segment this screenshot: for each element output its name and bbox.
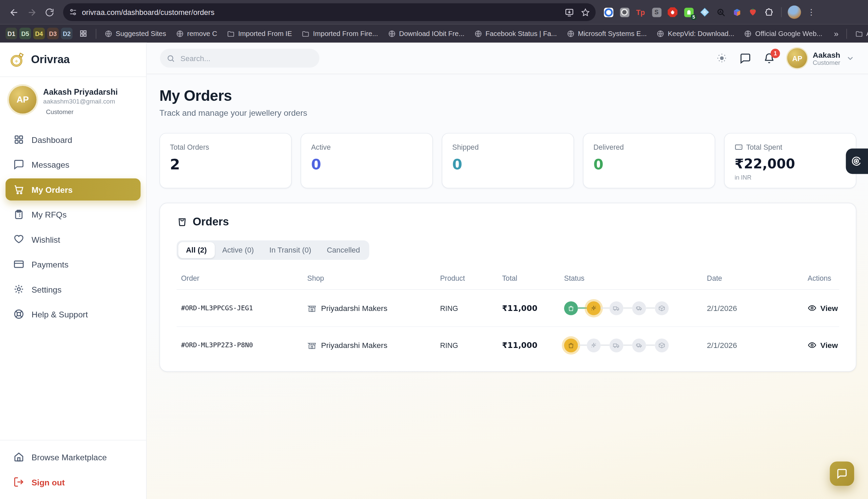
orivraa-logo-icon — [9, 51, 25, 68]
brand-name: Orivraa — [31, 53, 70, 66]
table-row: #ORD-ML3PP2Z3-P8N0 Priyadarshi Makers RI… — [177, 327, 840, 364]
extension-s-icon[interactable]: S — [651, 6, 663, 18]
extension-stop-hand-icon[interactable] — [667, 6, 679, 18]
stat-card-total-spent: Total Spent ₹22,000 in INR — [724, 133, 856, 188]
bookmark-chip-d3[interactable]: D3 — [47, 28, 59, 39]
shopping-bag-icon — [177, 216, 188, 228]
sign-out-button[interactable]: Sign out — [5, 471, 140, 493]
all-bookmarks-button[interactable]: All Bookmarks — [851, 27, 868, 40]
extension-camera-icon[interactable] — [618, 6, 631, 18]
sidebar-item-payments[interactable]: Payments — [5, 253, 140, 275]
bookmark-item[interactable]: KeepVid: Download... — [653, 27, 738, 40]
notifications-bell-icon[interactable]: 1 — [764, 52, 775, 64]
bookmark-chip-d5[interactable]: D5 — [19, 28, 31, 39]
bookmarks-overflow-icon[interactable]: » — [831, 29, 842, 38]
extension-diamond-icon[interactable] — [699, 6, 711, 18]
record-target-icon — [850, 155, 863, 167]
header-avatar: AP — [787, 48, 807, 68]
screen-capture-widget[interactable] — [846, 148, 868, 174]
user-role: Customer — [46, 109, 118, 115]
sidebar-item-dashboard[interactable]: Dashboard — [5, 129, 140, 151]
url-text[interactable]: orivraa.com/dashboard/customer/orders — [82, 8, 215, 16]
header-user-role: Customer — [813, 59, 840, 66]
refresh-icon[interactable] — [41, 4, 58, 20]
forward-icon[interactable] — [23, 4, 40, 20]
user-name: Aakash Priyadarshi — [43, 88, 118, 96]
order-id: #ORD-ML3PP2Z3-P8N0 — [181, 341, 307, 349]
bookmark-item[interactable]: Official Google Web... — [741, 27, 826, 40]
notification-count-badge: 1 — [771, 49, 780, 58]
apps-grid-icon[interactable] — [77, 27, 89, 40]
extension-cube-icon[interactable] — [731, 6, 743, 18]
sidebar-item-help-support[interactable]: Help & Support — [5, 303, 140, 325]
bookmark-item[interactable]: Imported From IE — [223, 27, 296, 40]
bookmark-star-icon[interactable] — [581, 8, 590, 17]
step-shipped-icon — [609, 301, 624, 315]
stat-card-shipped: Shipped 0 — [442, 133, 574, 188]
browser-menu-icon[interactable]: ⋮ — [805, 7, 818, 17]
site-settings-icon[interactable] — [68, 8, 77, 17]
sidebar-item-settings[interactable]: Settings — [5, 278, 140, 300]
bookmark-item[interactable]: remove C — [172, 27, 221, 40]
bookmark-chip-d2[interactable]: D2 — [61, 28, 73, 39]
step-out-for-delivery-icon — [632, 301, 646, 315]
back-icon[interactable] — [5, 4, 22, 20]
extensions-puzzle-icon[interactable] — [763, 6, 775, 18]
tab-all[interactable]: All (2) — [178, 242, 215, 258]
bookmark-chip-d4[interactable]: D4 — [33, 28, 45, 39]
search-box[interactable] — [160, 49, 319, 68]
browser-profile-avatar[interactable] — [788, 5, 801, 19]
browse-marketplace-button[interactable]: Browse Marketplace — [5, 446, 140, 468]
extension-search-person-icon[interactable] — [715, 6, 727, 18]
bookmark-item[interactable]: Download IObit Fre... — [384, 27, 468, 40]
bookmark-item[interactable]: Imported From Fire... — [298, 27, 382, 40]
stat-caption: in INR — [735, 174, 846, 181]
view-order-button[interactable]: View — [808, 341, 842, 350]
extension-berry-icon[interactable] — [747, 6, 759, 18]
product-cell: RING — [440, 341, 502, 349]
bookmark-chip-d1[interactable]: D1 — [5, 28, 17, 39]
bookmark-item[interactable]: Microsoft Systems E... — [563, 27, 651, 40]
user-avatar: AP — [9, 86, 37, 114]
install-app-icon[interactable] — [565, 8, 574, 17]
sidebar-nav: Dashboard Messages My Orders My RFQs Wis… — [0, 121, 146, 440]
bookmark-item[interactable]: Facebook Status | Fa... — [470, 27, 561, 40]
tab-active[interactable]: Active (0) — [214, 242, 262, 258]
shop-cell: Priyadarshi Makers — [307, 340, 440, 350]
sidebar-item-messages[interactable]: Messages — [5, 154, 140, 175]
bookmarks-bar: D1 D5 D4 D3 D2 Suggested Sites remove C … — [0, 24, 868, 43]
stat-card-total-orders: Total Orders 2 — [160, 133, 292, 188]
extension-ghostery-icon[interactable]: 5 — [682, 6, 695, 18]
total-cell: ₹11,000 — [502, 303, 564, 312]
messages-icon[interactable] — [740, 52, 751, 64]
extension-obs-icon[interactable] — [602, 6, 615, 18]
view-order-button[interactable]: View — [808, 303, 842, 312]
tab-cancelled[interactable]: Cancelled — [319, 242, 368, 258]
bookmark-item[interactable]: Suggested Sites — [101, 27, 170, 40]
orders-panel: Orders All (2) Active (0) In Transit (0)… — [160, 203, 856, 372]
chat-fab-button[interactable] — [830, 461, 854, 486]
extensions-area: Tp S 5 ⋮ — [602, 5, 818, 19]
sidebar-item-wishlist[interactable]: Wishlist — [5, 228, 140, 250]
stat-value: 0 — [452, 156, 563, 173]
header-user-name: Aakash — [813, 50, 840, 59]
chat-bubble-icon — [836, 468, 848, 479]
sidebar-user-card: AP Aakash Priyadarshi aakashm301@gmail.c… — [0, 77, 146, 121]
wallet-icon — [735, 143, 743, 151]
table-row: #ORD-ML3PPCGS-JEG1 Priyadarshi Makers RI… — [177, 290, 840, 327]
user-email: aakashm301@gmail.com — [43, 98, 118, 105]
step-delivered-icon — [655, 301, 669, 315]
search-input[interactable] — [179, 53, 313, 63]
orders-panel-header: Orders — [177, 216, 840, 229]
sidebar-item-my-orders[interactable]: My Orders — [5, 179, 140, 200]
brand: Orivraa — [0, 43, 146, 77]
sidebar-item-my-rfqs[interactable]: My RFQs — [5, 203, 140, 226]
table-header: Order Shop Product Total Status Date Act… — [177, 270, 840, 290]
stat-value: ₹22,000 — [735, 156, 846, 172]
sidebar: Orivraa AP Aakash Priyadarshi aakashm301… — [0, 43, 147, 499]
extension-tp-icon[interactable]: Tp — [634, 6, 646, 18]
theme-toggle-sun-icon[interactable] — [716, 53, 728, 64]
tab-in-transit[interactable]: In Transit (0) — [262, 242, 319, 258]
url-bar[interactable]: orivraa.com/dashboard/customer/orders — [63, 3, 596, 21]
user-menu[interactable]: AP Aakash Customer — [787, 48, 855, 68]
